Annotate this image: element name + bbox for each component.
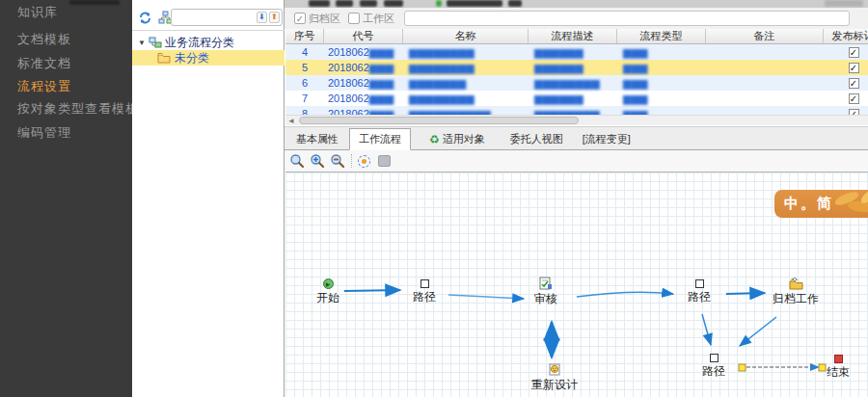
filter-text-input[interactable] xyxy=(404,11,850,26)
work-area-checkbox[interactable] xyxy=(348,13,360,24)
app-window: 知识库 文档模板 标准文档 流程设置 按对象类型查看模板 编码管理 ⬇ ⬆ xyxy=(0,0,868,397)
tab-label: 工作流程 xyxy=(359,132,401,146)
tab-label: 适用对象 xyxy=(443,132,485,146)
node-archive-work[interactable]: 归档工作 xyxy=(773,277,819,307)
tab-workflow[interactable]: 工作流程 xyxy=(349,128,411,150)
node-review[interactable]: 审核 xyxy=(534,277,557,307)
publish-flag-checkbox[interactable]: ✓ xyxy=(849,93,859,104)
tab-label: 委托人视图 xyxy=(510,132,563,146)
cell-name-redacted: ▆▆▆▆▆▆▆▆ xyxy=(403,44,529,60)
column-header-type[interactable]: 流程类型 xyxy=(617,29,706,43)
publish-flag-checkbox[interactable]: ✓ xyxy=(849,63,859,73)
publish-flag-checkbox[interactable]: ✓ xyxy=(849,78,859,89)
tree-node-label: 业务流程分类 xyxy=(165,35,234,51)
cell-desc-redacted: ▆▆▆▆▆▆ xyxy=(529,44,617,60)
node-path-3[interactable]: 路径 xyxy=(702,354,725,380)
toolbar-blob xyxy=(360,0,377,7)
tab-process-change[interactable]: [流程变更] xyxy=(574,129,639,149)
column-header-seq[interactable]: 序号 xyxy=(285,29,324,43)
cell-desc-redacted: ▆▆▆▆▆▆▆▆ xyxy=(529,75,617,91)
sidebar-item-knowledge-base[interactable]: 知识库 xyxy=(17,4,58,21)
zoom-reset-icon[interactable] xyxy=(289,153,305,169)
tab-basic-properties[interactable]: 基本属性 xyxy=(287,129,347,149)
refresh-icon[interactable] xyxy=(138,11,152,25)
node-label: 审核 xyxy=(534,291,557,307)
node-start[interactable]: ▶ 开始 xyxy=(316,278,339,306)
cell-desc-redacted: ▆▆▆▆▆▆ xyxy=(529,91,617,106)
node-label: 开始 xyxy=(316,290,339,306)
tab-delegate-view[interactable]: 委托人视图 xyxy=(502,129,572,149)
recycle-icon: ♻ xyxy=(429,133,440,146)
table-row[interactable]: 8 2018062▆▆▆ ▆▆▆▆▆▆▆▆▆▆ ▆▆▆▆▆▆▆▆ ▆▆▆ ✓ xyxy=(285,106,868,115)
search-down-button[interactable]: ⬇ xyxy=(257,12,267,23)
search-up-button[interactable]: ⬆ xyxy=(269,12,280,23)
play-glyph: ▶ xyxy=(326,281,331,287)
table-row-selected[interactable]: 5 2018062▆▆▆ ▆▆▆▆▆▆▆▆ ▆▆▆▆▆▆ ▆▆▆ ✓ xyxy=(285,60,868,75)
column-header-note[interactable]: 备注 xyxy=(706,29,824,43)
start-icon: ▶ xyxy=(323,278,334,289)
table-row[interactable]: 6 2018062▆▆▆ ▆▆▆▆▆▆▆ ▆▆▆▆▆▆▆▆ ▆▆▆ ✓ xyxy=(285,75,868,91)
tree-node-business-process-category[interactable]: ▼ 业务流程分类 xyxy=(132,35,285,50)
scroll-left-arrow-icon[interactable]: ◄ xyxy=(287,117,295,125)
node-label: 路径 xyxy=(688,289,711,305)
cell-code-redacted: ▆▆▆ xyxy=(369,93,393,105)
cell-seq: 6 xyxy=(285,75,324,91)
tab-label: [流程变更] xyxy=(583,132,631,146)
node-redesign[interactable]: 重新设计 xyxy=(531,362,578,393)
path-icon xyxy=(695,279,704,288)
sidebar-item-standard-docs[interactable]: 标准文档 xyxy=(17,55,71,72)
column-header-desc[interactable]: 流程描述 xyxy=(529,29,617,43)
sidebar-top-decoration xyxy=(69,0,120,5)
table-row[interactable]: 7 2018062▆▆▆ ▆▆▆▆▆▆▆▆ ▆▆▆▆▆▆ ▆▆▆ ✓ xyxy=(285,91,868,106)
review-icon xyxy=(539,277,553,290)
tree-node-uncategorized[interactable]: 未分类 xyxy=(132,50,285,66)
tab-applicable-objects[interactable]: ♻ 适用对象 xyxy=(420,129,494,149)
workflow-canvas[interactable]: ▶ 开始 路径 审核 路径 xyxy=(285,172,868,397)
export-image-icon[interactable] xyxy=(378,155,391,167)
zoom-out-icon[interactable] xyxy=(330,153,345,169)
status-dot-icon xyxy=(436,0,442,7)
column-header-publish-flag[interactable]: 发布标记 xyxy=(824,29,868,43)
cell-code: 2018062 xyxy=(328,46,369,58)
cell-code-redacted: ▆▆▆ xyxy=(369,108,393,116)
tree-search-input[interactable]: ⬇ ⬆ xyxy=(171,9,283,26)
cell-note xyxy=(706,75,824,91)
cell-code: 2018062 xyxy=(328,62,369,73)
sidebar-item-process-settings[interactable]: 流程设置 xyxy=(17,78,71,95)
table-row[interactable]: 4 2018062▆▆▆ ▆▆▆▆▆▆▆▆ ▆▆▆▆▆▆ ▆▆▆ ✓ xyxy=(285,44,868,60)
fit-to-window-icon[interactable] xyxy=(358,155,370,168)
sidebar-item-doc-templates[interactable]: 文档模板 xyxy=(17,31,71,48)
work-area-label: 工作区 xyxy=(363,12,394,26)
tree-node-label: 未分类 xyxy=(175,50,209,66)
cell-type-redacted: ▆▆▆ xyxy=(617,75,706,91)
cell-type-redacted: ▆▆▆ xyxy=(617,60,706,75)
toolbar-blob xyxy=(825,0,863,7)
cell-note xyxy=(706,106,824,115)
node-path-2[interactable]: 路径 xyxy=(688,279,711,305)
table-horizontal-scrollbar[interactable]: ◄ xyxy=(285,115,868,125)
diagram-toolbar xyxy=(285,150,868,172)
cell-type-redacted: ▆▆▆ xyxy=(617,44,706,60)
publish-flag-checkbox[interactable]: ✓ xyxy=(849,47,859,58)
cell-name-redacted: ▆▆▆▆▆▆▆▆ xyxy=(403,60,529,75)
column-header-code[interactable]: 代号 xyxy=(324,29,403,43)
cell-seq: 5 xyxy=(285,60,324,75)
tab-label: 基本属性 xyxy=(296,132,339,146)
node-label: 路径 xyxy=(413,289,436,305)
cell-code-redacted: ▆▆▆ xyxy=(369,46,393,59)
scrollbar-thumb[interactable] xyxy=(299,117,579,124)
node-end[interactable]: 结束 xyxy=(827,355,850,381)
node-path-1[interactable]: 路径 xyxy=(413,279,436,305)
cell-type-redacted: ▆▆▆ xyxy=(617,91,706,106)
sidebar-item-code-management[interactable]: 编码管理 xyxy=(17,124,71,142)
column-header-name[interactable]: 名称 xyxy=(403,29,529,43)
tree-expander-icon[interactable]: ▼ xyxy=(138,39,146,47)
path-icon xyxy=(710,354,719,362)
table-header-row: 序号 代号 名称 流程描述 流程类型 备注 发布标记 xyxy=(285,29,868,44)
cell-note xyxy=(706,44,824,60)
sidebar-item-templates-by-object-type[interactable]: 按对象类型查看模板 xyxy=(17,100,139,118)
archive-area-checkbox[interactable]: ✓ xyxy=(294,13,306,24)
toolbar-blob xyxy=(384,0,403,7)
zoom-in-icon[interactable] xyxy=(310,153,325,169)
cell-name-redacted: ▆▆▆▆▆▆▆▆ xyxy=(403,91,529,106)
